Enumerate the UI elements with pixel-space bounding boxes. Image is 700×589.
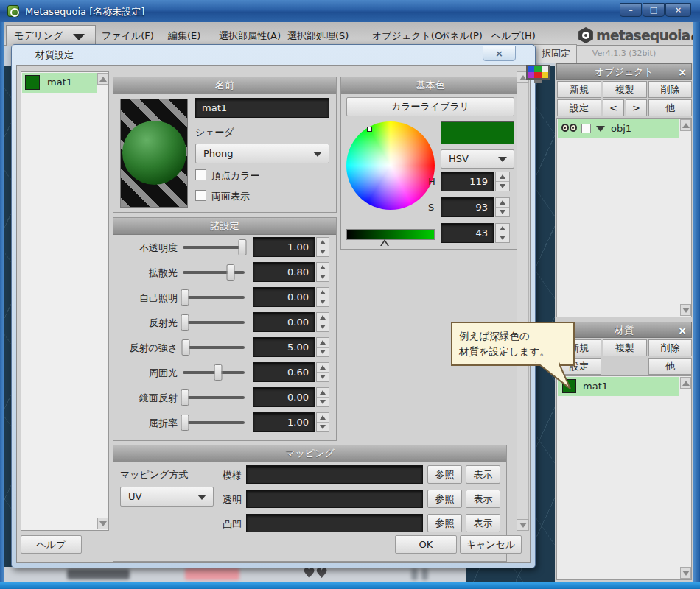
minimize-button[interactable]: –	[620, 3, 642, 17]
material-panel-close-icon[interactable]: ×	[678, 323, 687, 339]
ok-button[interactable]: OK	[395, 535, 457, 554]
pattern-browse-button[interactable]: 参照	[427, 465, 462, 484]
menu-item-selection-attr[interactable]: 選択部属性(A)	[219, 29, 281, 43]
transparency-browse-button[interactable]: 参照	[427, 490, 462, 508]
material-scroll-down[interactable]	[680, 567, 691, 579]
slider-thumb[interactable]	[226, 264, 234, 281]
dialog-scroll-down[interactable]	[517, 519, 529, 531]
pattern-show-button[interactable]: 表示	[466, 465, 500, 484]
spinner-refraction[interactable]	[316, 412, 329, 432]
material-name-input[interactable]: mat1	[195, 98, 329, 118]
value-field-specular-power[interactable]: 5.00	[253, 337, 315, 357]
value-field-ambient[interactable]: 0.60	[253, 362, 315, 382]
color-library-button[interactable]: カラーライブラリ	[346, 97, 514, 116]
object-list-item-obj1[interactable]: obj1	[558, 119, 679, 138]
spinner-ambient[interactable]	[316, 362, 329, 382]
slider-thumb[interactable]	[181, 314, 189, 331]
bump-path-field[interactable]	[246, 514, 423, 532]
bump-browse-button[interactable]: 参照	[427, 514, 462, 532]
value-field-reflection[interactable]: 0.00	[253, 387, 315, 407]
slider-track-specular-power[interactable]	[183, 346, 245, 349]
slider-track-diffuse[interactable]	[183, 271, 245, 274]
slider-thumb[interactable]	[214, 364, 222, 381]
hue-spinner[interactable]	[495, 172, 510, 191]
colorspace-select[interactable]: HSV	[441, 149, 514, 169]
menu-item-help[interactable]: ヘルプ(H)	[491, 29, 536, 43]
color-wheel-marker[interactable]	[367, 127, 372, 132]
object-scroll-up[interactable]	[680, 119, 691, 131]
slider-track-emission[interactable]	[183, 296, 245, 299]
object-settings-button[interactable]: 設定	[557, 99, 601, 116]
saturation-spinner[interactable]	[495, 197, 510, 217]
slider-thumb[interactable]	[181, 389, 189, 406]
spinner-reflection[interactable]	[316, 387, 329, 407]
hue-field[interactable]: 119	[441, 172, 494, 191]
material-palette-icon[interactable]	[525, 64, 551, 85]
value-field-refraction[interactable]: 1.00	[253, 412, 315, 432]
shader-select[interactable]: Phong	[195, 144, 329, 163]
material-duplicate-button[interactable]: 複製	[603, 339, 647, 356]
transparency-show-button[interactable]: 表示	[466, 490, 500, 508]
pattern-path-field[interactable]	[246, 465, 423, 484]
material-delete-button[interactable]: 削除	[648, 339, 692, 356]
value-gradient-marker[interactable]	[380, 239, 389, 246]
transparency-path-field[interactable]	[246, 490, 423, 508]
value-field-specular[interactable]: 0.00	[253, 312, 315, 332]
bump-show-button[interactable]: 表示	[466, 514, 500, 532]
color-wheel[interactable]	[346, 121, 435, 210]
value-field-opacity[interactable]: 1.00	[253, 237, 315, 257]
saturation-field[interactable]: 93	[441, 197, 494, 217]
object-other-button[interactable]: 他	[648, 99, 692, 116]
value-field-emission[interactable]: 0.00	[253, 287, 315, 307]
slider-thumb[interactable]	[238, 239, 246, 255]
object-panel-header[interactable]: オブジェクト ×	[556, 63, 692, 80]
menu-item-edit[interactable]: 編集(E)	[168, 29, 200, 43]
object-duplicate-button[interactable]: 複製	[603, 81, 647, 98]
material-scroll-up[interactable]	[680, 377, 691, 389]
vertex-color-checkbox[interactable]	[195, 169, 206, 180]
value-gradient-bar[interactable]	[346, 229, 435, 240]
mapping-method-select[interactable]: UV	[120, 487, 214, 507]
spinner-specular[interactable]	[316, 312, 329, 332]
object-delete-button[interactable]: 削除	[648, 81, 692, 98]
slider-track-refraction[interactable]	[183, 421, 245, 424]
value-spinner[interactable]	[495, 223, 510, 243]
object-checkbox[interactable]	[581, 124, 591, 133]
slider-track-opacity[interactable]	[183, 246, 245, 249]
object-prev-button[interactable]: <	[603, 99, 624, 116]
material-other-button[interactable]: 他	[648, 358, 692, 375]
spinner-opacity[interactable]	[316, 237, 329, 257]
menu-item-selection-proc[interactable]: 選択部処理(S)	[287, 29, 349, 43]
value-field[interactable]: 43	[441, 223, 494, 243]
slider-track-ambient[interactable]	[183, 371, 245, 374]
spinner-specular-power[interactable]	[316, 337, 329, 357]
cancel-button[interactable]: キャンセル	[460, 535, 522, 554]
slider-track-reflection[interactable]	[183, 396, 245, 399]
object-scroll-down[interactable]	[680, 304, 691, 316]
dialog-material-item-mat1[interactable]: mat1	[22, 73, 97, 93]
dialog-scrollbar[interactable]	[517, 71, 529, 531]
mode-tab-modeling[interactable]: モデリング	[6, 25, 96, 46]
menu-item-panel[interactable]: パネル(P)	[440, 29, 483, 43]
dialog-close-button[interactable]: ×	[483, 46, 516, 61]
maximize-button[interactable]: □	[643, 3, 665, 17]
menu-item-file[interactable]: ファイル(F)	[102, 29, 154, 43]
spinner-diffuse[interactable]	[316, 262, 329, 282]
slider-thumb[interactable]	[181, 289, 189, 306]
object-panel-close-icon[interactable]: ×	[678, 65, 687, 80]
slider-thumb[interactable]	[182, 339, 190, 356]
menu-item-object[interactable]: オブジェクト(O)	[372, 29, 446, 43]
dialog-list-scroll-up[interactable]	[97, 73, 108, 85]
dialog-list-scroll-down[interactable]	[97, 518, 108, 529]
expand-arrow-icon[interactable]	[596, 126, 605, 132]
slider-thumb[interactable]	[181, 415, 189, 431]
object-next-button[interactable]: >	[626, 99, 647, 116]
slider-track-specular[interactable]	[183, 321, 245, 324]
spinner-emission[interactable]	[316, 287, 329, 307]
visibility-eyes-icon[interactable]	[561, 124, 577, 132]
material-panel-header[interactable]: 材質 ×	[556, 322, 692, 338]
object-new-button[interactable]: 新規	[557, 81, 601, 98]
help-button[interactable]: ヘルプ	[21, 535, 82, 554]
value-field-diffuse[interactable]: 0.80	[253, 262, 315, 282]
close-button[interactable]: ×	[665, 3, 691, 17]
